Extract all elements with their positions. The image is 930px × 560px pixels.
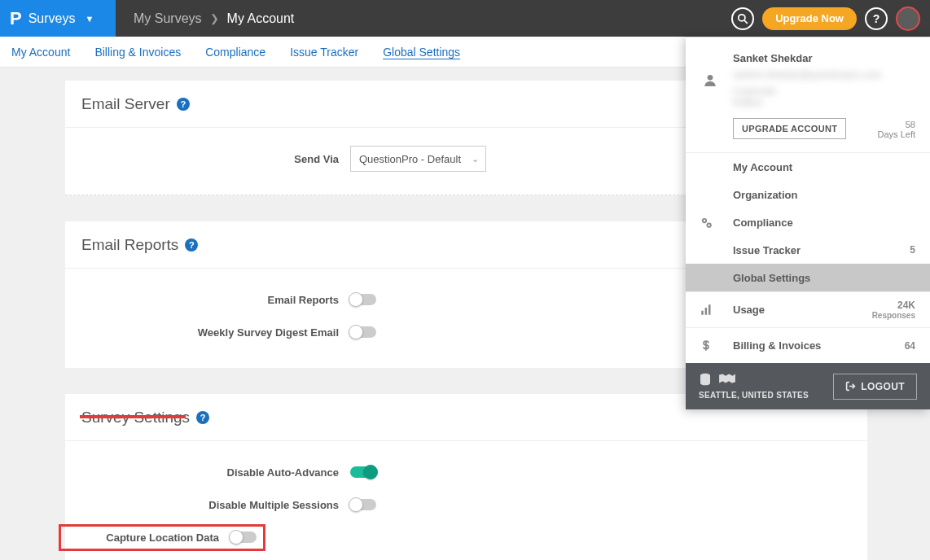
menu-label: Usage	[733, 304, 872, 316]
svg-point-4	[704, 219, 706, 221]
panel-body: Disable Auto-Advance Disable Multiple Se…	[65, 441, 867, 560]
disable-multiple-sessions-toggle[interactable]	[350, 499, 376, 510]
days-left-label: Days Left	[878, 129, 915, 139]
search-button[interactable]	[731, 7, 754, 30]
help-icon[interactable]: ?	[185, 238, 198, 252]
days-left-block: 58 Days Left	[878, 120, 915, 139]
avatar-button[interactable]	[896, 7, 920, 31]
bars-icon	[700, 304, 733, 316]
menu-label: My Account	[733, 161, 915, 173]
menu-value: 5	[910, 244, 915, 256]
account-dropdown-panel: Sanket Shekdar sanket.shekdar@questionpr…	[686, 37, 930, 409]
footer-location: SEATTLE, UNITED STATES	[699, 391, 809, 400]
account-panel-footer: SEATTLE, UNITED STATES LOGOUT	[686, 363, 930, 409]
panel-title: Email Reports	[81, 236, 178, 254]
breadcrumb-root[interactable]: My Surveys	[134, 11, 202, 26]
subnav-global-settings[interactable]: Global Settings	[383, 46, 460, 59]
form-row-display-images: Display Images	[65, 553, 867, 560]
menu-label: Compliance	[733, 217, 915, 229]
account-info: Sanket Shekdar sanket.shekdar@questionpr…	[733, 52, 915, 139]
breadcrumb-current: My Account	[227, 11, 295, 26]
map-icon	[718, 373, 736, 384]
subnav-issue-tracker[interactable]: Issue Tracker	[290, 46, 358, 59]
upgrade-now-button[interactable]: Upgrade Now	[762, 7, 857, 30]
logout-button[interactable]: LOGOUT	[833, 374, 917, 400]
brand-block[interactable]: P Surveys ▼	[0, 0, 116, 37]
account-user-name: Sanket Shekdar	[733, 52, 915, 64]
svg-rect-8	[705, 308, 708, 315]
account-menu-issue-tracker[interactable]: Issue Tracker 5	[686, 236, 930, 264]
menu-label: Global Settings	[733, 272, 915, 284]
footer-icons	[699, 373, 809, 386]
annotation-underline	[80, 415, 186, 418]
menu-value: 64	[905, 340, 915, 352]
top-bar: P Surveys ▼ My Surveys ❯ My Account Upgr…	[0, 0, 930, 37]
subnav-billing[interactable]: Billing & Invoices	[94, 46, 181, 59]
upgrade-account-button[interactable]: UPGRADE ACCOUNT	[733, 118, 846, 139]
brand-logo-icon: P	[10, 8, 22, 29]
account-edition-blurred: Corporate Edition	[733, 85, 798, 108]
annotation-highlight-box: Capture Location Data	[59, 524, 265, 551]
disable-auto-advance-toggle[interactable]	[350, 466, 376, 478]
dollar-icon	[700, 340, 733, 352]
menu-value: 24K Responses	[872, 300, 915, 320]
help-button[interactable]: ?	[865, 7, 888, 30]
form-row-capture-location: Capture Location Data	[65, 521, 867, 553]
email-reports-toggle[interactable]	[350, 294, 376, 305]
svg-line-1	[744, 20, 748, 23]
user-icon-col	[700, 52, 720, 139]
account-menu-my-account[interactable]: My Account	[686, 153, 930, 181]
panel-title: Email Server	[81, 95, 170, 113]
breadcrumb: My Surveys ❯ My Account	[116, 11, 294, 26]
menu-label: Billing & Invoices	[733, 339, 905, 352]
user-icon	[704, 73, 717, 86]
capture-location-toggle[interactable]	[230, 532, 257, 543]
account-menu-usage[interactable]: Usage 24K Responses	[686, 291, 930, 327]
svg-rect-7	[701, 311, 704, 315]
panel-survey-settings: Survey Settings ? Disable Auto-Advance D…	[65, 394, 867, 560]
send-via-label: Send Via	[65, 153, 350, 165]
database-icon	[699, 373, 712, 386]
days-left-value: 58	[906, 120, 915, 129]
form-row-disable-multiple-sessions: Disable Multiple Sessions	[65, 488, 867, 521]
logout-label: LOGOUT	[861, 381, 905, 392]
account-email-blurred: sanket.shekdar@questionpro.com	[733, 69, 915, 81]
toggle-label: Capture Location Data	[61, 532, 230, 544]
brand-title: Surveys	[29, 11, 76, 26]
toggle-label: Disable Multiple Sessions	[65, 499, 350, 511]
account-menu-compliance[interactable]: Compliance	[686, 208, 930, 236]
topbar-right: Upgrade Now ?	[731, 7, 930, 31]
subnav-my-account[interactable]: My Account	[11, 46, 70, 59]
toggle-label: Email Reports	[65, 294, 350, 306]
svg-point-6	[708, 224, 710, 226]
send-via-select[interactable]: QuestionPro - Default ⌄	[350, 146, 486, 172]
chevron-down-icon: ⌄	[472, 154, 479, 164]
footer-left: SEATTLE, UNITED STATES	[699, 373, 809, 400]
svg-rect-9	[708, 304, 711, 315]
search-icon	[737, 13, 748, 24]
subnav-compliance[interactable]: Compliance	[205, 46, 265, 59]
account-menu-list: My Account Organization Compliance Issue…	[686, 152, 930, 363]
chevron-right-icon: ❯	[210, 12, 219, 24]
gears-icon	[700, 217, 733, 229]
account-info-section: Sanket Shekdar sanket.shekdar@questionpr…	[686, 37, 930, 152]
account-menu-billing[interactable]: Billing & Invoices 64	[686, 327, 930, 363]
svg-point-2	[708, 75, 713, 81]
account-menu-global-settings[interactable]: Global Settings	[686, 264, 930, 291]
send-via-value: QuestionPro - Default	[359, 153, 461, 165]
chevron-down-icon: ▼	[85, 14, 94, 24]
form-row-disable-auto-advance: Disable Auto-Advance	[65, 456, 867, 488]
toggle-label: Disable Auto-Advance	[65, 466, 350, 479]
toggle-label: Weekly Survey Digest Email	[65, 326, 350, 339]
svg-point-0	[739, 14, 745, 20]
logout-icon	[845, 381, 856, 392]
menu-label: Organization	[733, 189, 915, 201]
weekly-digest-toggle[interactable]	[350, 326, 376, 338]
menu-label: Issue Tracker	[733, 244, 910, 256]
help-icon[interactable]: ?	[196, 411, 209, 424]
account-menu-organization[interactable]: Organization	[686, 181, 930, 208]
help-icon[interactable]: ?	[177, 98, 190, 111]
